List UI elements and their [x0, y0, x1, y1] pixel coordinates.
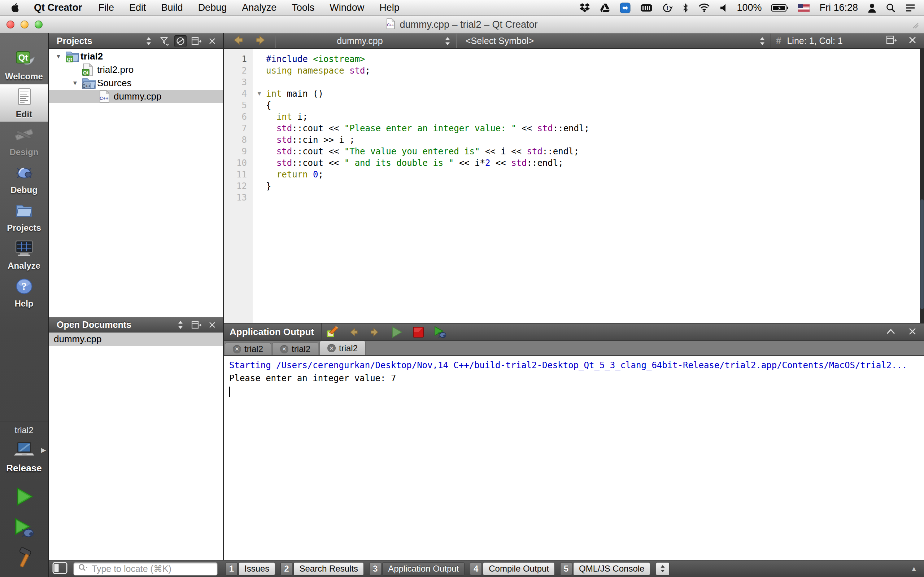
open-file-selector[interactable]: dummy.cpp: [275, 36, 456, 46]
fold-marker-icon[interactable]: ▼: [253, 88, 266, 100]
tree-row-sources[interactable]: ▼C++Sources: [49, 76, 223, 90]
symbol-selector[interactable]: <Select Symbol>: [456, 36, 771, 46]
mode-design[interactable]: Design: [0, 122, 48, 160]
open-document-dummy-cpp[interactable]: dummy.cpp: [49, 332, 223, 346]
pane-button-issues[interactable]: 1Issues: [226, 562, 275, 575]
menu-item-build[interactable]: Build: [154, 0, 191, 16]
code-editor[interactable]: 12345678910111213 ▼ #include <iostream>u…: [224, 49, 924, 323]
project-tree[interactable]: ▼Qttrial2Qttrial2.pro▼C++SourcesC++dummy…: [49, 49, 223, 317]
filter-tree-icon[interactable]: [158, 35, 171, 47]
editor-scrollbar[interactable]: [920, 49, 924, 323]
mode-welcome[interactable]: QtWelcome: [0, 46, 48, 84]
output-console[interactable]: Starting /Users/cerengurkan/Desktop/Nov,…: [224, 356, 924, 560]
menu-item-tools[interactable]: Tools: [284, 0, 322, 16]
pane-selector-combo[interactable]: [656, 562, 670, 575]
projects-panel-header: Projects: [49, 33, 223, 49]
teamviewer-icon[interactable]: [620, 3, 630, 13]
battery-icon[interactable]: [771, 3, 788, 12]
output-tab-trial2-0[interactable]: ✕trial2: [225, 343, 271, 355]
close-output-icon[interactable]: [908, 327, 917, 337]
tree-row-dummy-cpp[interactable]: C++dummy.cpp: [49, 90, 223, 103]
code-token: std: [276, 123, 292, 134]
apple-menu[interactable]: [0, 3, 27, 13]
locator-input[interactable]: Type to locate (⌘K): [73, 562, 218, 575]
volume-icon[interactable]: [720, 3, 727, 12]
build-config-label[interactable]: Release: [6, 463, 42, 474]
macos-menu-bar: Qt CreatorFileEditBuildDebugAnalyzeTools…: [0, 0, 924, 16]
pane-button-application-output[interactable]: 3Application Output: [369, 562, 465, 575]
split-panel-icon[interactable]: [190, 35, 202, 47]
sync-with-editor-icon[interactable]: [174, 35, 187, 47]
menu-item-qt-creator[interactable]: Qt Creator: [27, 0, 91, 16]
code-folding-column[interactable]: ▼: [253, 49, 266, 323]
user-icon[interactable]: [868, 3, 876, 13]
attach-debugger-icon[interactable]: [433, 325, 446, 339]
dropbox-icon[interactable]: [579, 3, 590, 13]
tree-expand-arrow-icon[interactable]: ▼: [52, 53, 65, 60]
mode-help[interactable]: ?Help: [0, 273, 48, 311]
close-editor-icon[interactable]: [908, 36, 917, 47]
panel-selector-combo-icon[interactable]: [142, 35, 155, 47]
debug-button[interactable]: [13, 517, 36, 540]
clear-output-icon[interactable]: [325, 325, 338, 339]
close-panel-icon[interactable]: [206, 35, 218, 47]
monitor-icon: [14, 238, 35, 259]
code-token: 2: [485, 158, 490, 168]
toggle-sidebar-icon[interactable]: [52, 562, 68, 575]
menu-item-edit[interactable]: Edit: [122, 0, 154, 16]
rerun-icon[interactable]: [390, 325, 403, 339]
mode-analyze[interactable]: Analyze: [0, 235, 48, 273]
pane-button-compile-output[interactable]: 4Compile Output: [470, 562, 555, 575]
bluetooth-icon[interactable]: [682, 3, 689, 13]
build-project-button[interactable]: [14, 548, 34, 570]
code-line: int i;: [266, 111, 924, 122]
notification-center-icon[interactable]: [905, 3, 915, 12]
menu-item-window[interactable]: Window: [322, 0, 372, 16]
previous-item-icon[interactable]: [347, 325, 360, 339]
code-area[interactable]: #include <iostream>using namespace std;i…: [266, 49, 924, 323]
code-token: [266, 169, 276, 180]
left-panel-column: Projects ▼Qttrial2Qttrial2.pro▼C++Source…: [49, 33, 224, 560]
menu-item-analyze[interactable]: Analyze: [234, 0, 284, 16]
close-tab-icon[interactable]: ✕: [327, 344, 336, 352]
pane-button-search-results[interactable]: 2Search Results: [281, 562, 364, 575]
mode-debug[interactable]: Debug: [0, 160, 48, 198]
split-editor-icon[interactable]: [886, 35, 897, 48]
menu-clock[interactable]: Fri 16:28: [819, 2, 858, 13]
pane-button-qml-js-console[interactable]: 5QML/JS Console: [560, 562, 650, 575]
menu-item-debug[interactable]: Debug: [191, 0, 234, 16]
keyboard-icon[interactable]: [640, 4, 653, 12]
run-button[interactable]: [14, 486, 35, 508]
mode-selector-sidebar: QtWelcomeEditDesignDebugProjectsAnalyze?…: [0, 33, 49, 577]
output-scroll-up-icon[interactable]: ▲: [910, 565, 919, 573]
time-machine-icon[interactable]: !: [662, 3, 672, 13]
maximize-output-icon[interactable]: [886, 328, 896, 337]
window-title-bar[interactable]: C++ dummy.cpp – trial2 – Qt Creator: [0, 16, 924, 33]
output-tab-trial2-2[interactable]: ✕trial2: [320, 341, 366, 355]
close-panel-icon[interactable]: [206, 319, 218, 331]
wifi-icon[interactable]: [698, 3, 710, 12]
mode-projects[interactable]: Projects: [0, 198, 48, 235]
stop-icon[interactable]: [412, 325, 425, 339]
kit-selector-button[interactable]: ▶: [13, 442, 36, 458]
tree-row-trial2-pro[interactable]: Qttrial2.pro: [49, 63, 223, 76]
next-item-icon[interactable]: [368, 325, 381, 339]
input-language-flag-icon[interactable]: [798, 4, 809, 12]
close-tab-icon[interactable]: ✕: [233, 345, 241, 353]
spotlight-search-icon[interactable]: [886, 3, 895, 13]
tree-row-trial2[interactable]: ▼Qttrial2: [49, 50, 223, 63]
panel-selector-combo-icon[interactable]: [174, 319, 187, 331]
back-icon[interactable]: [233, 35, 244, 48]
combo-arrows-icon: [759, 36, 771, 46]
menu-item-help[interactable]: Help: [372, 0, 407, 16]
mode-edit[interactable]: Edit: [0, 84, 48, 122]
kit-expand-arrow-icon[interactable]: ▶: [41, 446, 46, 454]
resize-grip-icon[interactable]: [909, 19, 919, 30]
menu-item-file[interactable]: File: [91, 0, 122, 16]
split-panel-icon[interactable]: [190, 319, 202, 331]
output-tab-trial2-1[interactable]: ✕trial2: [272, 343, 318, 355]
tree-expand-arrow-icon[interactable]: ▼: [69, 80, 81, 87]
google-drive-icon[interactable]: [600, 3, 610, 13]
forward-icon[interactable]: [255, 35, 267, 48]
close-tab-icon[interactable]: ✕: [280, 345, 288, 353]
